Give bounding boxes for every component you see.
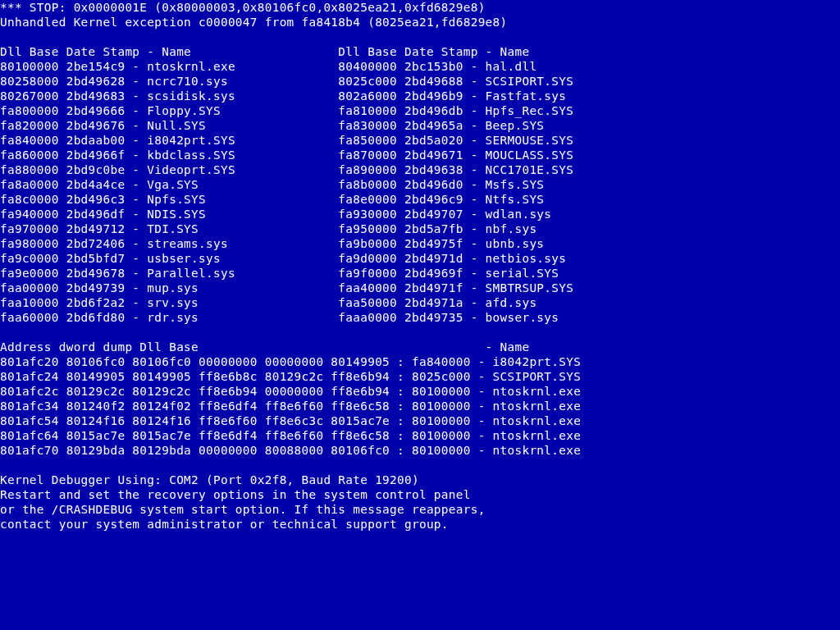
bsod-screen: *** STOP: 0x0000001E (0x80000003,0x80106… xyxy=(0,0,840,532)
